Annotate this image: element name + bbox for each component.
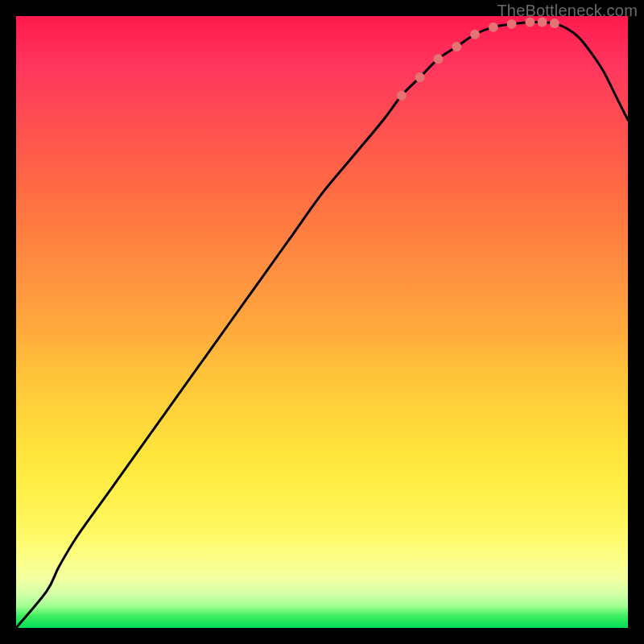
chart-svg [16, 16, 628, 628]
svg-point-6 [507, 19, 517, 29]
svg-point-4 [470, 30, 480, 39]
svg-point-2 [433, 54, 443, 64]
watermark-text: TheBottleneck.com [497, 2, 638, 20]
curve-line [16, 22, 628, 628]
valley-markers [397, 18, 559, 101]
svg-point-1 [415, 72, 425, 82]
svg-point-0 [397, 91, 407, 101]
chart-container: TheBottleneck.com [0, 0, 644, 644]
svg-point-5 [489, 23, 498, 32]
plot-area [16, 16, 628, 628]
svg-point-3 [452, 42, 461, 52]
